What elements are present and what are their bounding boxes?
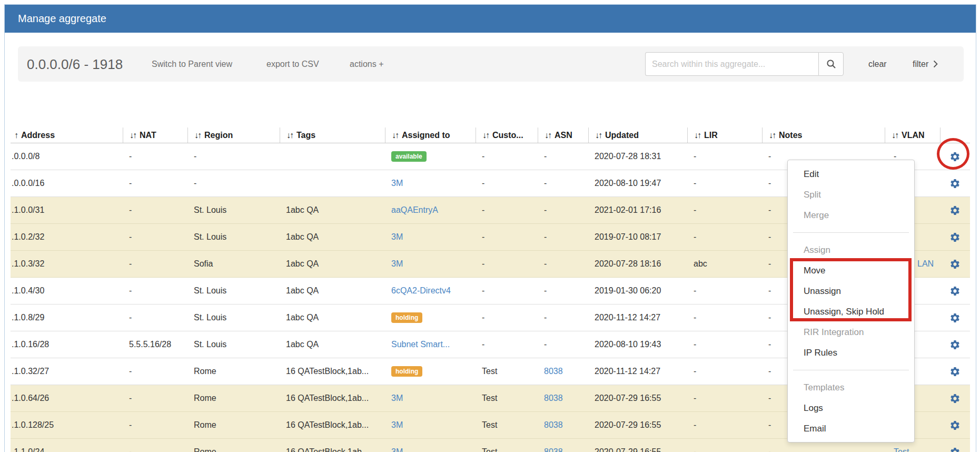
cell-customer: Test (476, 412, 538, 438)
cell-assigned-to: Subnet Smart... (385, 331, 476, 358)
column-header-updated[interactable]: ↓↑Updated (588, 127, 687, 143)
cell-asn: - (538, 197, 588, 223)
column-header-region[interactable]: ↓↑Region (187, 127, 280, 143)
menu-item-unassign[interactable]: Unassign (788, 281, 914, 301)
gear-icon (949, 259, 961, 270)
row-actions-button[interactable] (949, 312, 961, 323)
cell-address: .1.1.0/24 (11, 439, 123, 452)
menu-item-unassign-skip-hold[interactable]: Unassign, Skip Hold (788, 301, 914, 322)
cell-address: .1.0.8/29 (11, 304, 123, 331)
assigned-to-link[interactable]: 6cQA2-Directv4 (391, 286, 451, 296)
menu-item-logs[interactable]: Logs (788, 398, 914, 418)
cell-customer: - (476, 143, 538, 170)
vlan-link[interactable]: LAN (917, 259, 934, 269)
column-label: Notes (779, 131, 802, 140)
cell-region: Rome (187, 358, 280, 385)
assigned-to-link[interactable]: 3M (391, 179, 403, 188)
row-actions-button[interactable] (949, 286, 961, 297)
assigned-to-link[interactable]: 3M (391, 259, 403, 269)
cell-address: .0.0.0/16 (11, 170, 123, 196)
menu-item-ip-rules[interactable]: IP Rules (788, 342, 914, 363)
asn-link[interactable]: 8038 (544, 420, 563, 430)
cell-region: Sofia (187, 251, 280, 277)
menu-divider (793, 232, 909, 233)
search-button[interactable] (818, 52, 844, 76)
cell-row-actions (940, 197, 969, 223)
cell-region: Rome (187, 412, 280, 438)
cell-assigned-to: 3M (385, 251, 476, 277)
asn-link[interactable]: 8038 (544, 394, 563, 403)
column-label: NAT (140, 131, 156, 140)
clear-button[interactable]: clear (868, 60, 887, 69)
cell-asn: - (538, 331, 588, 358)
menu-item-templates[interactable]: Templates (788, 377, 914, 398)
cell-row-actions (940, 331, 969, 358)
menu-item-assign[interactable]: Assign (788, 240, 914, 260)
row-actions-button[interactable] (949, 178, 961, 189)
cell-row-actions (940, 143, 969, 170)
assigned-to-link[interactable]: 3M (391, 394, 403, 403)
menu-item-merge[interactable]: Merge (788, 205, 914, 225)
cell-assigned-to: 6cQA2-Directv4 (385, 278, 476, 304)
assigned-to-link[interactable]: 3M (391, 447, 403, 452)
asn-link[interactable]: 8038 (544, 447, 563, 452)
cell-asn: - (538, 170, 588, 196)
vlan-link[interactable]: Test (894, 447, 909, 452)
cell-lir: - (687, 385, 762, 411)
cell-assigned-to: 3M (385, 439, 476, 452)
cell-address: .1.0.16/28 (11, 331, 123, 358)
cell-address: .1.0.2/32 (11, 224, 123, 250)
export-csv-link[interactable]: export to CSV (266, 60, 319, 69)
menu-item-split[interactable]: Split (788, 184, 914, 205)
cell-nat: - (123, 197, 187, 223)
menu-item-email[interactable]: Email (788, 418, 914, 439)
assigned-to-link[interactable]: aaQAEntryA (391, 205, 438, 215)
cell-assigned-to: 3M (385, 224, 476, 250)
column-header-tags[interactable]: ↓↑Tags (280, 127, 385, 143)
actions-menu-link[interactable]: actions + (350, 60, 383, 69)
gear-icon (949, 312, 961, 323)
row-actions-button[interactable] (949, 151, 961, 162)
assigned-to-link[interactable]: 3M (391, 420, 403, 430)
assigned-to-link[interactable]: 3M (391, 232, 403, 242)
row-actions-button[interactable] (949, 420, 961, 431)
cell-customer: - (476, 197, 538, 223)
column-header-nat[interactable]: ↓↑NAT (123, 127, 187, 143)
column-label: VLAN (902, 131, 925, 140)
asn-link[interactable]: 8038 (544, 367, 563, 376)
menu-item-edit[interactable]: Edit (788, 164, 914, 184)
gear-icon (949, 151, 961, 162)
gear-icon (949, 366, 961, 377)
row-actions-button[interactable] (949, 339, 961, 350)
gear-icon (949, 420, 961, 431)
column-header-assigned-to[interactable]: ↓↑Assigned to (385, 127, 476, 143)
row-actions-button[interactable] (949, 232, 961, 243)
cell-nat: - (123, 224, 187, 250)
filter-button[interactable]: filter (913, 60, 938, 69)
column-header-lir[interactable]: ↓↑LIR (687, 127, 762, 143)
row-actions-button[interactable] (949, 205, 961, 216)
switch-parent-view-link[interactable]: Switch to Parent view (152, 60, 232, 69)
assigned-to-link[interactable]: Subnet Smart... (391, 340, 450, 349)
row-actions-button[interactable] (949, 259, 961, 270)
row-actions-button[interactable] (949, 447, 961, 452)
column-header-vlan[interactable]: ↓↑VLAN (885, 127, 940, 143)
cell-row-actions (940, 251, 969, 277)
column-header-notes[interactable]: ↓↑Notes (762, 127, 885, 143)
gear-icon (949, 232, 961, 243)
menu-item-move[interactable]: Move (788, 260, 914, 281)
cell-lir: - (687, 143, 762, 170)
column-header-address[interactable]: ↑Address (11, 127, 123, 143)
column-header-custo[interactable]: ↓↑Custo... (476, 127, 538, 143)
sort-icon: ↓↑ (769, 131, 775, 140)
column-label: ASN (555, 131, 572, 140)
cell-lir: - (687, 170, 762, 196)
row-actions-button[interactable] (949, 366, 961, 377)
search-icon (826, 59, 836, 69)
menu-item-rir-integration[interactable]: RIR Integration (788, 322, 914, 342)
column-label: Custo... (492, 131, 523, 140)
column-header-asn[interactable]: ↓↑ASN (538, 127, 588, 143)
search-input[interactable] (645, 52, 818, 76)
row-actions-button[interactable] (949, 393, 961, 404)
cell-nat: - (123, 143, 187, 170)
